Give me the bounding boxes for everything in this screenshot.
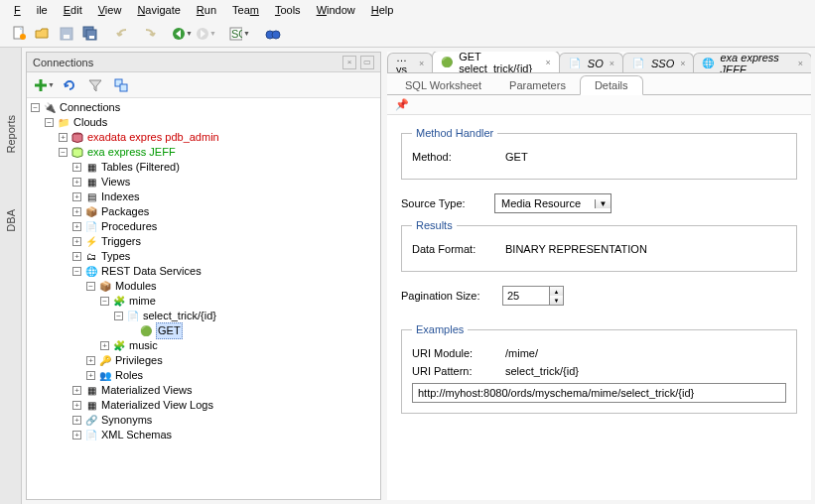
tree-procedures[interactable]: Procedures xyxy=(101,219,157,234)
minimize-icon[interactable]: × xyxy=(342,56,356,69)
expander[interactable]: + xyxy=(72,237,81,246)
forward-icon[interactable]: ▼ xyxy=(195,23,216,45)
expander[interactable]: + xyxy=(86,356,95,365)
refresh-connections-icon[interactable] xyxy=(59,74,80,96)
expander[interactable]: + xyxy=(72,178,81,187)
tree-indexes[interactable]: Indexes xyxy=(101,189,140,204)
uri-full-box[interactable]: http://myhost:8080/ords/myschema/mime/se… xyxy=(412,383,786,403)
close-icon[interactable]: × xyxy=(419,59,424,68)
expander[interactable]: − xyxy=(72,267,81,276)
new-connection-icon[interactable]: ▼ xyxy=(33,74,55,96)
tree-packages[interactable]: Packages xyxy=(101,204,149,219)
pagination-spinner[interactable]: ▲▼ xyxy=(502,286,564,306)
close-icon[interactable]: × xyxy=(546,58,551,67)
menu-edit[interactable]: Edit xyxy=(56,2,90,18)
tab-overflow[interactable]: …ys× xyxy=(387,53,433,72)
tab-sql-worksheet[interactable]: SQL Worksheet xyxy=(391,76,495,94)
expander[interactable]: − xyxy=(31,103,40,112)
menu-tools[interactable]: Tools xyxy=(267,2,309,18)
tree-select-trick[interactable]: select_trick/{id} xyxy=(143,309,216,323)
menu-help[interactable]: Help xyxy=(363,2,402,18)
svg-rect-3 xyxy=(64,35,69,39)
examples-group: Examples URI Module: /mime/ URI Pattern:… xyxy=(401,323,797,414)
restore-icon[interactable]: ▭ xyxy=(360,56,374,69)
tree-root[interactable]: Connections xyxy=(60,100,120,115)
expander[interactable]: + xyxy=(72,192,81,201)
close-icon[interactable]: × xyxy=(680,59,685,68)
tree-xml[interactable]: XML Schemas xyxy=(101,428,172,442)
tree-views[interactable]: Views xyxy=(101,175,130,189)
undo-icon[interactable] xyxy=(113,23,135,45)
expander[interactable]: + xyxy=(72,431,81,440)
expander[interactable]: + xyxy=(100,341,109,350)
svg-rect-14 xyxy=(120,84,127,91)
expander[interactable]: + xyxy=(72,386,81,395)
open-icon[interactable] xyxy=(32,23,54,45)
back-icon[interactable]: ▼ xyxy=(171,23,193,45)
redo-icon[interactable] xyxy=(137,23,159,45)
spinner-up-icon[interactable]: ▲ xyxy=(550,287,563,296)
binoculars-icon[interactable] xyxy=(262,23,284,45)
expander[interactable]: − xyxy=(86,282,95,291)
tab-details[interactable]: Details xyxy=(580,75,643,95)
tab-sso[interactable]: 📄SSO× xyxy=(622,53,695,72)
expander[interactable]: + xyxy=(72,416,81,425)
tree-synonyms[interactable]: Synonyms xyxy=(101,413,152,428)
sql-icon[interactable]: SQL▼ xyxy=(228,23,250,45)
expander[interactable]: − xyxy=(59,148,68,157)
connections-tree[interactable]: −🔌Connections −📁Clouds +exadata expres p… xyxy=(27,98,380,499)
tree-clouds[interactable]: Clouds xyxy=(73,115,107,130)
expander[interactable]: + xyxy=(72,163,81,172)
tab-reports[interactable]: Reports xyxy=(3,107,19,162)
tree-types[interactable]: Types xyxy=(101,249,130,264)
tree-roles[interactable]: Roles xyxy=(115,368,143,383)
tab-dba[interactable]: DBA xyxy=(3,201,19,240)
tree-rest[interactable]: REST Data Services xyxy=(101,264,202,279)
tab-parameters[interactable]: Parameters xyxy=(495,76,580,94)
expander[interactable]: + xyxy=(59,133,68,142)
tree-conn-exa-jeff[interactable]: exa express JEFF xyxy=(87,145,176,160)
module-icon: 🧩 xyxy=(112,295,126,309)
tab-so[interactable]: 📄SO× xyxy=(559,53,623,72)
spinner-down-icon[interactable]: ▼ xyxy=(550,296,563,305)
tree-music[interactable]: music xyxy=(129,338,158,353)
new-file-icon[interactable] xyxy=(8,23,30,45)
close-icon[interactable]: × xyxy=(798,59,803,68)
filter-icon[interactable] xyxy=(84,74,106,96)
tab-get-select-trick[interactable]: 🟢GET select_trick/{id}× xyxy=(432,52,560,72)
menu-view[interactable]: View xyxy=(90,2,130,18)
modules-icon: 📦 xyxy=(98,280,112,294)
menu-navigate[interactable]: Navigate xyxy=(129,2,188,18)
save-icon[interactable] xyxy=(56,23,77,45)
source-type-combo[interactable]: Media Resource ▼ xyxy=(494,193,611,213)
tree-privileges[interactable]: Privileges xyxy=(115,353,163,368)
close-icon[interactable]: × xyxy=(610,59,614,68)
tab-exa-express-jeff[interactable]: 🌐exa express JEFF× xyxy=(693,53,811,72)
tree-conn-exadata[interactable]: exadata expres pdb_admin xyxy=(87,130,219,145)
expander[interactable]: + xyxy=(86,371,95,380)
expander[interactable]: − xyxy=(100,297,109,306)
tree-triggers[interactable]: Triggers xyxy=(101,234,141,249)
menu-file[interactable]: File xyxy=(6,2,56,18)
expander[interactable]: + xyxy=(72,401,81,410)
menu-run[interactable]: Run xyxy=(189,2,224,18)
menu-team[interactable]: Team xyxy=(224,2,267,18)
tree-matviews[interactable]: Materialized Views xyxy=(101,383,193,398)
menu-window[interactable]: Window xyxy=(309,2,363,18)
expander[interactable]: + xyxy=(72,207,81,216)
expander[interactable]: + xyxy=(72,252,81,261)
collapse-all-icon[interactable] xyxy=(110,74,132,96)
expander[interactable]: + xyxy=(72,222,81,231)
tree-modules[interactable]: Modules xyxy=(115,279,157,294)
pagination-input[interactable] xyxy=(503,287,549,305)
save-all-icon[interactable] xyxy=(79,23,101,45)
sql-icon: 📄 xyxy=(631,57,645,70)
pin-icon[interactable]: 📌 xyxy=(395,98,409,110)
tree-matviewlogs[interactable]: Materialized View Logs xyxy=(101,398,213,413)
panel-title-text: Connections xyxy=(33,57,339,68)
tree-get[interactable]: GET xyxy=(156,322,183,339)
tree-tables[interactable]: Tables (Filtered) xyxy=(101,160,180,175)
expander[interactable]: − xyxy=(45,118,54,127)
tree-mime[interactable]: mime xyxy=(129,294,156,309)
expander[interactable]: − xyxy=(114,312,123,320)
